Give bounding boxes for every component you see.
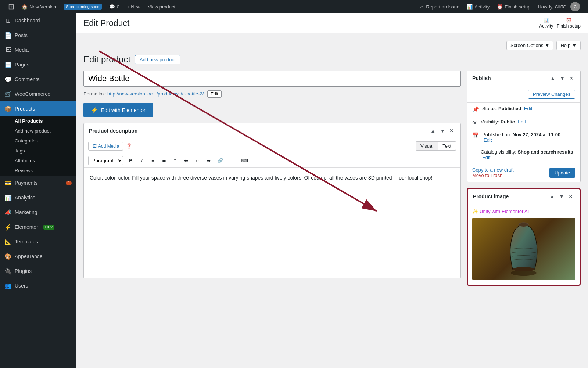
appearance-icon: 🎨 [4,253,12,260]
sidebar-item-products[interactable]: 📦 Products [0,101,76,116]
italic-btn[interactable]: I [137,156,147,165]
home-icon: 🏠 [22,4,28,10]
unordered-list-btn[interactable]: ≡ [148,156,158,165]
reviews-label: Reviews [15,168,33,173]
ordered-list-btn[interactable]: ≣ [159,156,169,165]
screen-options-btn[interactable]: Screen Options ▼ [506,41,553,50]
status-row: 📌 Status: Published Edit [467,102,580,116]
all-products-label: All Products [15,118,43,124]
sidebar-item-analytics[interactable]: 📊 Analytics [0,190,76,205]
sidebar-item-all-products[interactable]: All Products [0,116,76,126]
sidebar-item-dashboard[interactable]: ⊞ Dashboard [0,13,76,28]
finish-setup-header-btn[interactable]: ⏰ Finish setup [557,18,581,29]
metabox-collapse-down-btn[interactable]: ▼ [438,127,447,134]
align-center-btn[interactable]: ↔ [192,156,202,165]
unify-ai-btn[interactable]: ✨ Unify with Elementor AI [472,209,529,214]
help-icon[interactable]: ❓ [126,143,132,149]
product-image-metabox-header: Product image ▲ ▼ ✕ [468,189,580,204]
align-right-btn[interactable]: ➡ [204,156,213,165]
publish-collapse-up-btn[interactable]: ▲ [549,75,557,82]
permalink-url[interactable]: http://new-version.loc.../product/wide-b… [107,91,204,97]
product-title-input[interactable] [83,71,461,87]
sidebar-item-comments[interactable]: 💬 Comments [0,72,76,87]
status-edit-link[interactable]: Edit [524,106,532,111]
sidebar-item-categories[interactable]: Categories [0,136,76,146]
sidebar-item-woocommerce[interactable]: 🛒 WooCommerce [0,87,76,101]
sidebar-item-reviews[interactable]: Reviews [0,166,76,176]
sidebar-item-users[interactable]: 👥 Users [0,278,76,293]
page-header: Edit Product 📊 Activity ⏰ Finish setup [76,13,588,33]
move-trash-link[interactable]: Move to Trash [472,173,502,178]
edit-with-elementor-btn[interactable]: ⚡ Edit with Elementor [83,103,153,117]
product-image-metabox: Product image ▲ ▼ ✕ ✨ Unify with Element… [467,188,581,286]
sidebar-item-attributes[interactable]: Attributes [0,156,76,166]
sidebar: ⊞ Dashboard 📄 Posts 🖼 Media 📃 Pages 💬 Co… [0,13,76,368]
publish-title: Publish [472,75,491,81]
sidebar-label-users: Users [15,283,28,289]
sidebar-item-tags[interactable]: Tags [0,146,76,156]
editor-content: Color, color, color. Fill your space wit… [90,174,455,182]
product-image-title: Product image [473,194,509,199]
activity-header-btn[interactable]: 📊 Activity [539,18,553,29]
sidebar-item-payments[interactable]: 💳 Payments 1 [0,176,76,190]
more-btn[interactable]: — [227,156,237,165]
update-btn[interactable]: Update [549,168,575,178]
store-badge-btn[interactable]: Store coming soon [60,0,105,13]
product-image-close-btn[interactable]: ✕ [567,193,574,200]
copy-draft-link[interactable]: Copy to a new draft [472,167,514,173]
blockquote-btn[interactable]: " [170,156,180,165]
editor-body[interactable]: Color, color, color. Fill your space wit… [84,168,460,278]
publish-metabox-header: Publish ▲ ▼ ✕ [467,71,580,86]
new-btn[interactable]: + New [123,0,144,13]
page-header-actions: 📊 Activity ⏰ Finish setup [539,18,581,29]
preview-changes-btn[interactable]: Preview Changes [528,90,575,99]
sidebar-item-media[interactable]: 🖼 Media [0,43,76,57]
status-content: Status: Published Edit [482,106,532,111]
finish-setup-btn[interactable]: ⏰ Finish setup [493,0,534,13]
format-toolbar: Paragraph B I ≡ ≣ " ⬅ ↔ ➡ 🔗 — [84,154,460,168]
woocommerce-icon: 🛒 [4,91,12,98]
help-btn[interactable]: Help ▼ [556,41,581,50]
visibility-edit-link[interactable]: Edit [518,119,526,125]
publish-collapse-down-btn[interactable]: ▼ [558,75,566,82]
product-image-collapse-down-btn[interactable]: ▼ [557,193,566,200]
site-name: New Version [29,4,56,10]
add-media-btn[interactable]: 🖼 Add Media [88,142,123,151]
text-tab[interactable]: Text [438,141,456,151]
comments-btn[interactable]: 💬 0 [105,0,123,13]
visual-tab[interactable]: Visual [416,141,438,151]
new-label: + New [127,4,140,10]
bold-btn[interactable]: B [126,156,136,165]
sidebar-item-add-new-product[interactable]: Add new product [0,126,76,136]
site-name-btn[interactable]: 🏠 New Version [18,0,60,13]
sidebar-item-elementor[interactable]: ⚡ Elementor DEV [0,220,76,234]
screen-help-bar: Screen Options ▼ Help ▼ [83,41,581,50]
howdy-btn[interactable]: Howdy, CliffC C [534,0,584,13]
sidebar-item-marketing[interactable]: 📣 Marketing [0,205,76,220]
wp-logo-btn[interactable]: ⊞ [4,0,18,13]
sidebar-item-appearance[interactable]: 🎨 Appearance [0,249,76,264]
sidebar-item-pages[interactable]: 📃 Pages [0,57,76,72]
published-edit-link[interactable]: Edit [484,137,492,143]
product-image-thumbnail[interactable] [472,218,575,280]
product-image-collapse-up-btn[interactable]: ▲ [548,193,556,200]
view-product-btn[interactable]: View product [144,0,179,13]
permalink-edit-btn[interactable]: Edit [207,90,222,98]
sidebar-item-plugins[interactable]: 🔌 Plugins [0,264,76,278]
paragraph-select[interactable]: Paragraph [88,156,123,165]
visibility-content: Visibility: Public Edit [481,119,526,125]
align-left-btn[interactable]: ⬅ [181,156,191,165]
add-new-product-btn[interactable]: Add new product [135,55,180,64]
link-btn[interactable]: 🔗 [215,156,226,165]
publish-close-btn[interactable]: ✕ [568,75,575,82]
activity-btn[interactable]: 📊 Activity [463,0,493,13]
sidebar-item-posts[interactable]: 📄 Posts [0,28,76,43]
metabox-close-btn[interactable]: ✕ [448,127,455,134]
screen-options-label: Screen Options [510,43,544,48]
keyboard-btn[interactable]: ⌨ [239,156,251,165]
report-issue-btn[interactable]: ⚠ Report an issue [416,0,463,13]
add-media-icon: 🖼 [92,144,97,149]
sidebar-item-templates[interactable]: 📐 Templates [0,234,76,249]
metabox-collapse-up-btn[interactable]: ▲ [429,127,437,134]
catalog-edit-link[interactable]: Edit [482,155,490,160]
